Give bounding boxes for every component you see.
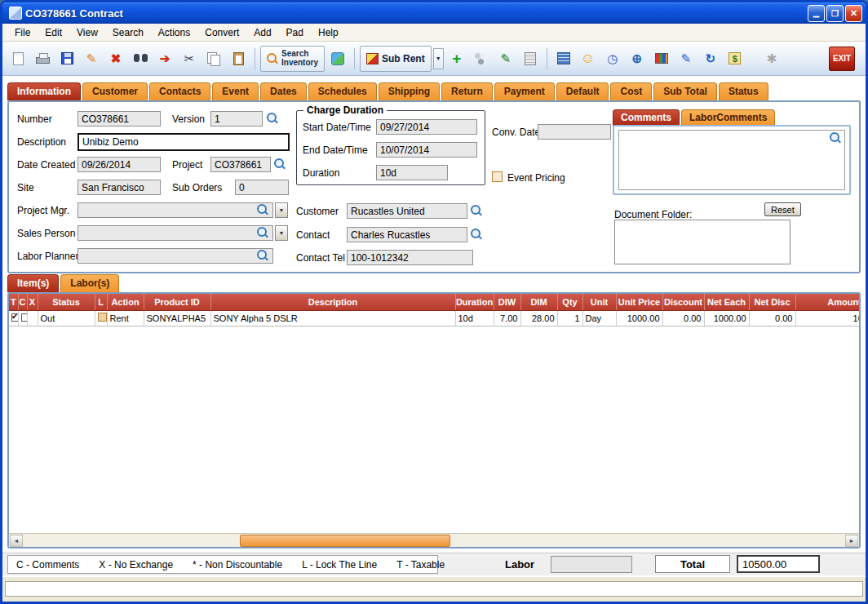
maximize-button[interactable] [826, 5, 844, 22]
no-exchange-cell[interactable] [27, 310, 38, 326]
tab-event[interactable]: Event [212, 82, 259, 100]
comments-search-icon[interactable] [830, 132, 841, 144]
lock-line-box[interactable] [98, 313, 107, 322]
tab-status[interactable]: Status [719, 82, 768, 100]
col-status[interactable]: Status [38, 294, 95, 310]
tab-sub-total[interactable]: Sub Total [653, 82, 717, 100]
amount-cell[interactable]: 10000.00 [795, 310, 859, 326]
new-document-button[interactable] [7, 47, 29, 71]
minimize-button[interactable] [808, 5, 825, 22]
comments-checkbox[interactable] [21, 313, 28, 322]
tab-information[interactable]: Information [7, 82, 81, 100]
dim-cell[interactable]: 28.00 [520, 310, 557, 326]
diw-cell[interactable]: 7.00 [494, 310, 520, 326]
cut-button[interactable]: ✂ [178, 47, 201, 71]
col-net-each[interactable]: Net Each [704, 294, 749, 310]
labor-total-field[interactable] [551, 556, 632, 573]
options-button[interactable] [470, 47, 493, 71]
net-disc-cell[interactable]: 0.00 [749, 310, 795, 326]
copy-button[interactable] [202, 47, 225, 71]
billing-button[interactable]: $ [724, 47, 746, 71]
add-item-button[interactable]: + [445, 47, 468, 71]
description-field[interactable]: Unibiz Demo [78, 133, 290, 151]
edit-button[interactable]: ✎ [80, 47, 103, 71]
menu-edit[interactable]: Edit [38, 25, 69, 40]
schedule-button[interactable]: ◷ [601, 47, 624, 71]
notes-button[interactable] [519, 47, 542, 71]
tab-cost[interactable]: Cost [610, 82, 652, 100]
col-c[interactable]: C [18, 294, 27, 310]
contact-search-icon[interactable] [471, 229, 482, 240]
col-l[interactable]: L [95, 294, 107, 310]
reset-button[interactable]: Reset [764, 202, 801, 216]
scroll-left-button[interactable]: ◄ [10, 535, 23, 547]
end-date-field[interactable]: 10/07/2014 [376, 142, 477, 158]
discount-cell[interactable]: 0.00 [662, 310, 704, 326]
total-value-field[interactable]: 10500.00 [737, 555, 820, 573]
event-pricing-checkbox[interactable] [492, 171, 503, 182]
export-button[interactable]: ➔ [153, 47, 176, 71]
menu-search[interactable]: Search [105, 25, 151, 40]
tab-dates[interactable]: Dates [260, 82, 307, 100]
menu-convert[interactable]: Convert [197, 25, 246, 40]
delete-button[interactable]: ✖ [104, 47, 127, 71]
sales-person-field[interactable] [78, 225, 273, 241]
horizontal-scrollbar[interactable]: ◄ ► [9, 533, 859, 547]
title-bar[interactable]: CO378661 Contract [2, 2, 866, 24]
status-cell[interactable]: Out [38, 310, 95, 326]
sub-orders-field[interactable]: 0 [235, 180, 289, 195]
col-dim[interactable]: DIM [520, 294, 557, 310]
col-net-disc[interactable]: Net Disc [749, 294, 795, 310]
duration-field[interactable]: 10d [376, 165, 448, 180]
col-t[interactable]: T [9, 294, 18, 310]
close-button[interactable] [845, 5, 862, 22]
col-x[interactable]: X [27, 294, 38, 310]
labor-planner-field[interactable] [78, 248, 273, 264]
col-product-id[interactable]: Product ID [144, 294, 210, 310]
col-action[interactable]: Action [107, 294, 144, 310]
tab-labor-comments[interactable]: LaborComments [681, 109, 775, 126]
tab-shipping[interactable]: Shipping [379, 82, 440, 100]
project-search-icon[interactable] [274, 158, 286, 170]
exit-button[interactable]: Exit [829, 47, 855, 71]
col-qty[interactable]: Qty [557, 294, 582, 310]
project-mgr-field[interactable] [78, 202, 273, 218]
menu-view[interactable]: View [69, 25, 105, 40]
duration-cell[interactable]: 10d [455, 310, 494, 326]
tab-labors[interactable]: Labor(s) [60, 274, 119, 292]
scroll-right-button[interactable]: ► [845, 535, 858, 547]
start-date-field[interactable]: 09/27/2014 [376, 119, 477, 135]
customer-button[interactable]: ☺ [577, 47, 600, 71]
col-amount[interactable]: Amount [795, 294, 859, 310]
version-field[interactable]: 1 [210, 111, 263, 127]
net-each-cell[interactable]: 1000.00 [704, 310, 749, 326]
site-field[interactable]: San Francisco [78, 180, 161, 195]
tab-payment[interactable]: Payment [494, 82, 555, 100]
tab-contacts[interactable]: Contacts [149, 82, 210, 100]
project-field[interactable]: CO378661 [210, 157, 271, 172]
tab-comments[interactable]: Comments [613, 109, 680, 126]
unit-cell[interactable]: Day [582, 310, 616, 326]
menu-file[interactable]: File [7, 25, 38, 40]
project-mgr-search-icon[interactable] [257, 204, 268, 215]
taxable-checkbox[interactable] [11, 313, 18, 322]
sub-rent-button[interactable]: Sub Rent [360, 46, 432, 72]
document-folder-field[interactable] [614, 220, 790, 264]
refresh-button[interactable]: ↻ [699, 47, 722, 71]
number-field[interactable]: CO378661 [78, 111, 161, 127]
date-created-field[interactable]: 09/26/2014 [78, 157, 161, 172]
tab-return[interactable]: Return [441, 82, 493, 100]
edit-notes-button[interactable]: ✎ [675, 47, 698, 71]
description-cell[interactable]: SONY Alpha 5 DSLR [210, 310, 455, 326]
menu-actions[interactable]: Actions [151, 25, 197, 40]
qty-cell[interactable]: 1 [557, 310, 582, 326]
customer-search-icon[interactable] [471, 205, 482, 216]
contact-field[interactable]: Charles Rucastles [347, 227, 467, 242]
col-description[interactable]: Description [210, 294, 455, 310]
col-diw[interactable]: DIW [494, 294, 520, 310]
col-unit[interactable]: Unit [582, 294, 616, 310]
tab-customer[interactable]: Customer [82, 82, 148, 100]
sub-rent-dropdown-button[interactable]: ▼ [433, 48, 444, 69]
version-search-icon[interactable] [267, 113, 278, 124]
paste-button[interactable] [227, 47, 250, 71]
